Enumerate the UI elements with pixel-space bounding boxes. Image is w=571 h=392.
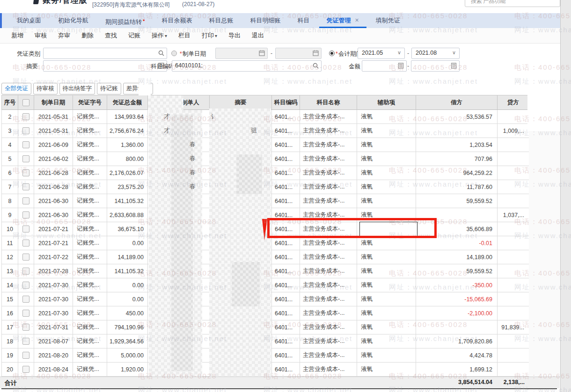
row-checkbox[interactable] <box>22 183 29 190</box>
row-checkbox[interactable] <box>22 127 29 134</box>
row-checkbox[interactable] <box>22 268 29 275</box>
cell-debit: 4,424.78 <box>416 348 498 363</box>
row-checkbox[interactable] <box>22 169 29 176</box>
cell-checkbox[interactable] <box>18 348 34 363</box>
voucher-type-input[interactable] <box>43 48 167 59</box>
cell-checkbox[interactable] <box>18 152 34 166</box>
toolbar-审核[interactable]: 审核 <box>35 28 47 43</box>
cell-checkbox[interactable] <box>18 278 34 292</box>
cell-checkbox[interactable] <box>18 194 34 208</box>
tab-初始化导航[interactable]: 初始化导航 <box>50 13 97 28</box>
toolbar-记账[interactable]: 记账 <box>128 28 140 43</box>
cell-checkbox[interactable] <box>18 138 34 152</box>
period-to-select[interactable]: 2021.08 ∨ <box>411 48 460 59</box>
cell-checkbox[interactable] <box>18 110 34 124</box>
toolbar-弃审[interactable]: 弃审 <box>58 28 70 43</box>
toolbar: 新增审核弃审删除查找记账操作▾栏目打印▾导出退出 <box>0 28 560 44</box>
toolbar-新增[interactable]: 新增 <box>11 28 23 43</box>
row-checkbox[interactable] <box>22 155 29 162</box>
row-checkbox[interactable] <box>22 352 29 359</box>
masked-text-fragment: 才 <box>164 112 170 121</box>
cell-total: 450.00 <box>107 306 148 320</box>
cell-subject-code: 6401... <box>272 348 300 363</box>
table-right-margin <box>529 95 560 377</box>
row-checkbox[interactable] <box>22 225 29 232</box>
cell-checkbox[interactable] <box>18 208 34 222</box>
tab-科目明细账[interactable]: 科目明细账 <box>242 13 289 28</box>
row-checkbox[interactable] <box>22 113 29 120</box>
select-all-checkbox[interactable] <box>22 99 29 106</box>
tab-科目[interactable]: 科目 <box>289 13 318 28</box>
subtab-全部凭证[interactable]: 全部凭证 <box>1 83 31 94</box>
summary-input[interactable] <box>43 60 167 72</box>
subtab-待审核[interactable]: 待审核 <box>33 83 58 94</box>
row-checkbox[interactable] <box>22 338 29 345</box>
tab-凭证管理[interactable]: 凭证管理× <box>318 13 367 28</box>
cell-subject-name: 主营业务成本-... <box>300 334 357 348</box>
cell-subject-name: 主营业务成本-... <box>300 306 357 320</box>
row-checkbox[interactable] <box>22 211 29 218</box>
search-icon[interactable] <box>313 63 319 69</box>
calculator-icon[interactable] <box>451 63 457 69</box>
make-date-to-input[interactable] <box>275 48 322 59</box>
row-checkbox[interactable] <box>22 366 29 373</box>
row-checkbox[interactable] <box>22 197 29 204</box>
cell-checkbox[interactable] <box>18 222 34 236</box>
subject-code-input[interactable]: 64010101; <box>172 60 322 72</box>
subtab-待记账[interactable]: 待记账 <box>97 83 121 94</box>
toolbar-查找[interactable]: 查找 <box>105 28 117 43</box>
row-checkbox[interactable] <box>22 310 29 317</box>
tab-科目余额表[interactable]: 科目余额表 <box>154 13 201 28</box>
cell-checkbox[interactable] <box>18 180 34 194</box>
tab-期间损益结转[interactable]: 期间损益结转• <box>97 13 154 28</box>
toolbar-删除[interactable]: 删除 <box>81 28 94 43</box>
row-checkbox[interactable] <box>22 324 29 331</box>
amount-range-separator: - <box>407 63 409 69</box>
tab-填制凭证[interactable]: 填制凭证 <box>367 13 409 28</box>
subtab-待出纳签字[interactable]: 待出纳签字 <box>59 83 95 94</box>
search-input[interactable]: 搜索'产品功能' <box>465 0 560 7</box>
cell-checkbox[interactable] <box>18 124 34 138</box>
row-checkbox[interactable] <box>22 141 29 148</box>
period-from-select[interactable]: 2021.05 ∨ <box>358 48 405 59</box>
calendar-icon[interactable] <box>313 50 319 56</box>
cell-checkbox[interactable] <box>18 306 34 320</box>
cell-subject-name: 主营业务成本-... <box>300 166 357 180</box>
cell-checkbox[interactable] <box>18 166 34 180</box>
cell-checkbox[interactable] <box>18 363 34 377</box>
toolbar-导出[interactable]: 导出 <box>228 28 241 43</box>
toolbar-打印[interactable]: 打印▾ <box>202 28 217 43</box>
search-icon[interactable] <box>158 50 164 56</box>
row-checkbox[interactable] <box>22 296 29 303</box>
amount-from-input[interactable] <box>362 60 407 72</box>
cell-total: 5,000.00 <box>107 348 148 363</box>
calculator-icon[interactable] <box>398 63 404 69</box>
table-header: 序号制单日期凭证字号凭证总金额制单人摘要科目编码科目名称辅助项借方贷方 <box>1 95 529 110</box>
row-checkbox[interactable] <box>22 282 29 289</box>
cell-subject-name: 主营业务成本-... <box>300 124 357 138</box>
cell-checkbox[interactable] <box>18 292 34 306</box>
tab-我的桌面[interactable]: 我的桌面 <box>8 13 50 28</box>
cell-credit <box>498 250 529 264</box>
calendar-icon[interactable] <box>259 50 265 56</box>
make-date-from-input[interactable] <box>215 48 268 59</box>
row-checkbox[interactable] <box>22 254 29 261</box>
cell-checkbox[interactable] <box>18 264 34 278</box>
cell-checkbox[interactable] <box>18 250 34 264</box>
tab-科目总账[interactable]: 科目总账 <box>201 13 242 28</box>
row-checkbox[interactable] <box>22 240 29 247</box>
amount-to-input[interactable] <box>411 60 460 72</box>
make-date-radio[interactable] <box>171 51 177 56</box>
toolbar-栏目[interactable]: 栏目 <box>178 28 190 43</box>
cell-checkbox[interactable] <box>18 334 34 348</box>
cell-subject-name: 主营业务成本-... <box>300 363 357 377</box>
period-radio[interactable] <box>329 51 335 56</box>
toolbar-操作[interactable]: 操作▾ <box>152 28 167 43</box>
cell-checkbox[interactable] <box>18 236 34 250</box>
masked-text-fragment: 讠 <box>211 113 217 121</box>
cell-date: 2021-05-31 <box>34 124 73 138</box>
cell-date: 2021-07-30 <box>34 292 73 306</box>
toolbar-退出[interactable]: 退出 <box>252 28 264 43</box>
cell-checkbox[interactable] <box>18 320 34 334</box>
close-icon[interactable]: × <box>355 16 359 24</box>
